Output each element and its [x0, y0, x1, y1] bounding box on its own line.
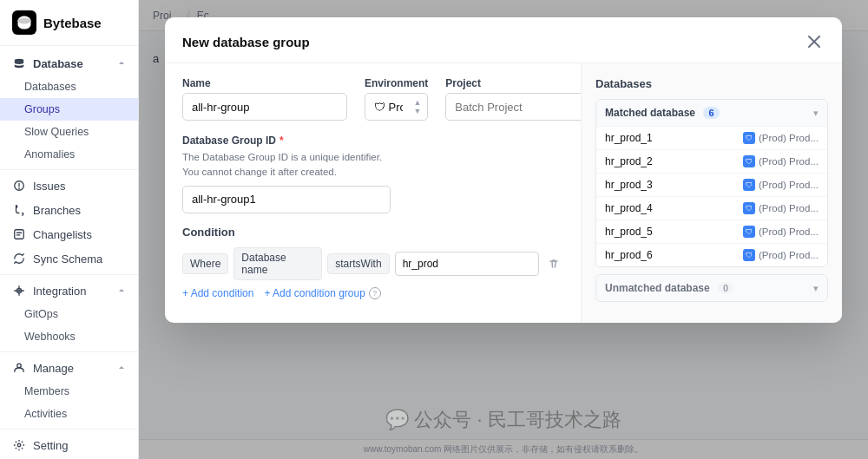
sidebar-item-anomalies[interactable]: Anomalies: [0, 143, 138, 166]
sidebar-item-setting[interactable]: Setting: [0, 433, 138, 457]
sidebar-webhooks-label: Webhooks: [24, 331, 76, 343]
matched-databases-group: Matched database 6 ▾ hr_prod_1 🛡 (Prod) …: [595, 99, 828, 267]
project-icon-6: 🛡: [743, 249, 755, 261]
modal-right-panel: Databases Matched database 6 ▾ hr_p: [582, 63, 842, 323]
db-item-name-4: hr_prod_4: [605, 202, 653, 214]
add-condition-button[interactable]: + Add condition: [182, 287, 253, 299]
sidebar-activities-label: Activities: [24, 408, 67, 420]
sidebar-members-label: Members: [24, 385, 69, 397]
integration-icon: [12, 284, 26, 298]
name-input[interactable]: [182, 93, 347, 121]
logo[interactable]: Bytebase: [0, 0, 138, 46]
sidebar-item-branches[interactable]: Branches: [0, 198, 138, 222]
matched-databases-header[interactable]: Matched database 6 ▾: [596, 100, 827, 126]
sidebar-item-activities[interactable]: Activities: [0, 403, 138, 425]
sidebar-branches-label: Branches: [33, 204, 81, 217]
chevron-up-icon-2: [117, 286, 126, 295]
modal-title: New database group: [182, 35, 310, 49]
required-star: *: [279, 134, 284, 147]
project-icon-2: 🛡: [743, 155, 755, 167]
db-group-id-input[interactable]: [182, 186, 391, 213]
modal-left-panel: Name Environment 🛡 Prod ▲▼: [165, 63, 582, 323]
sidebar-slow-queries-label: Slow Queries: [24, 126, 89, 138]
logo-icon: [12, 10, 36, 35]
add-condition-label: + Add condition: [182, 287, 253, 299]
db-item-4: hr_prod_4 🛡 (Prod) Prod...: [596, 196, 827, 220]
sidebar-item-database[interactable]: Database: [0, 51, 138, 75]
project-icon-3: 🛡: [743, 179, 755, 191]
db-item-name-2: hr_prod_2: [605, 155, 653, 167]
sidebar-item-groups[interactable]: Groups: [0, 98, 138, 121]
project-input[interactable]: [445, 93, 582, 121]
main-content: Proj... / Ec... a New database group: [139, 0, 868, 459]
sidebar-item-members[interactable]: Members: [0, 380, 138, 403]
db-item-3: hr_prod_3 🛡 (Prod) Prod...: [596, 173, 827, 196]
unmatched-label: Unmatched database 0: [605, 282, 733, 294]
issues-icon: [12, 179, 26, 193]
db-item-project-2: 🛡 (Prod) Prod...: [743, 155, 819, 167]
help-text: The Database Group ID is a unique identi…: [182, 150, 563, 180]
db-item-project-4: 🛡 (Prod) Prod...: [743, 202, 819, 214]
form-group-env: Environment 🛡 Prod ▲▼: [365, 77, 428, 121]
sidebar-item-sync-schema[interactable]: Sync Schema: [0, 246, 138, 271]
name-label: Name: [182, 77, 347, 89]
condition-delete-button[interactable]: [544, 254, 563, 273]
modal-body: Name Environment 🛡 Prod ▲▼: [165, 63, 842, 323]
db-item-name-3: hr_prod_3: [605, 179, 653, 191]
sidebar-changelists-label: Changelists: [33, 228, 92, 241]
sidebar-databases-label: Databases: [24, 81, 76, 93]
env-label: Environment: [365, 77, 428, 89]
add-condition-row: + Add condition + Add condition group ?: [182, 287, 563, 299]
sidebar-item-databases[interactable]: Databases: [0, 75, 138, 98]
chevron-up-icon: [117, 59, 126, 68]
condition-row: Where Database name startsWith: [182, 247, 563, 280]
condition-value-input[interactable]: [395, 252, 540, 276]
sidebar-item-manage[interactable]: Manage: [0, 356, 138, 380]
modal: New database group Name Env: [165, 17, 842, 323]
sidebar-database-label: Database: [33, 57, 110, 70]
form-row-1: Name Environment 🛡 Prod ▲▼: [182, 77, 563, 121]
project-label: Project: [445, 77, 582, 89]
condition-section-title: Condition: [182, 226, 563, 239]
matched-count: 6: [703, 107, 719, 119]
unmatched-chevron-icon: ▾: [813, 283, 819, 294]
sidebar-item-slow-queries[interactable]: Slow Queries: [0, 121, 138, 143]
db-item-name-6: hr_prod_6: [605, 249, 653, 261]
project-icon-4: 🛡: [743, 202, 755, 214]
unmatched-databases-header[interactable]: Unmatched database 0 ▾: [596, 275, 827, 301]
sidebar-manage-label: Manage: [33, 362, 110, 375]
sidebar-groups-label: Groups: [24, 103, 60, 115]
form-group-name: Name: [182, 77, 347, 121]
db-item-1: hr_prod_1 🛡 (Prod) Prod...: [596, 126, 827, 149]
changelists-icon: [12, 227, 26, 241]
condition-section: Condition Where Database name startsWith: [182, 226, 563, 299]
sidebar-anomalies-label: Anomalies: [24, 148, 75, 161]
sidebar-item-webhooks[interactable]: Webhooks: [0, 325, 138, 348]
db-item-project-5: 🛡 (Prod) Prod...: [743, 226, 819, 238]
modal-header: New database group: [165, 17, 842, 63]
modal-close-button[interactable]: [804, 31, 825, 52]
db-name-tag[interactable]: Database name: [233, 247, 322, 280]
env-select-wrapper: 🛡 Prod ▲▼: [365, 93, 428, 121]
sidebar-item-issues[interactable]: Issues: [0, 174, 138, 198]
db-item-5: hr_prod_5 🛡 (Prod) Prod...: [596, 220, 827, 243]
svg-point-6: [17, 443, 21, 447]
db-item-project-1: 🛡 (Prod) Prod...: [743, 132, 819, 144]
svg-point-1: [15, 59, 24, 62]
sidebar-item-integration[interactable]: Integration: [0, 279, 138, 303]
sidebar-item-gitops[interactable]: GitOps: [0, 303, 138, 325]
add-condition-group-button[interactable]: + Add condition group ?: [264, 287, 380, 299]
sidebar-item-changelists[interactable]: Changelists: [0, 222, 138, 246]
sidebar: Bytebase Database Databases Groups Slow …: [0, 0, 139, 459]
database-icon: [12, 56, 26, 70]
project-icon-5: 🛡: [743, 226, 755, 238]
databases-title: Databases: [595, 77, 828, 90]
env-select[interactable]: 🛡 Prod: [365, 93, 428, 121]
sidebar-gitops-label: GitOps: [24, 308, 58, 320]
branches-icon: [12, 203, 26, 217]
sidebar-issues-label: Issues: [33, 180, 66, 193]
sidebar-integration-label: Integration: [33, 285, 110, 298]
operator-tag[interactable]: startsWith: [327, 253, 389, 274]
unmatched-databases-group: Unmatched database 0 ▾: [595, 274, 828, 302]
db-item-2: hr_prod_2 🛡 (Prod) Prod...: [596, 149, 827, 173]
